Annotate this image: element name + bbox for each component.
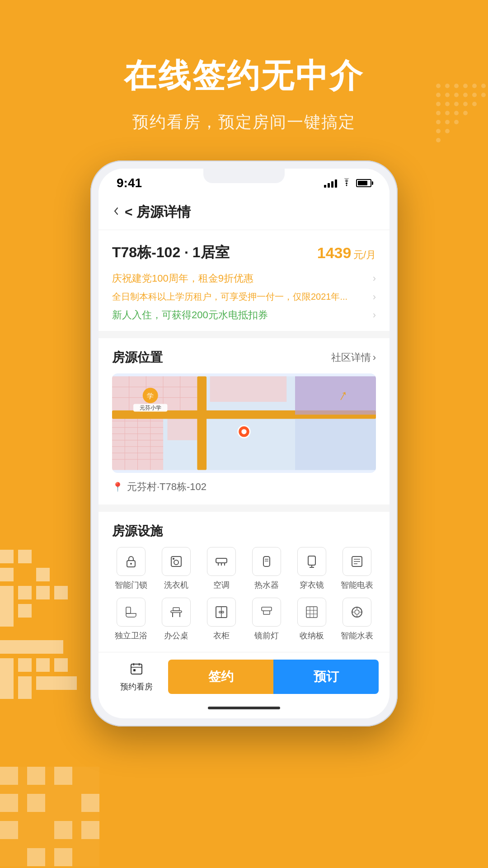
svg-point-11 <box>481 93 486 97</box>
smart-meter-label: 智能电表 <box>341 580 373 590</box>
svg-point-2 <box>454 84 459 88</box>
header-subtitle: 预约看房，预定房间一键搞定 <box>0 111 488 133</box>
facility-storage: 收纳板 <box>293 598 331 641</box>
location-section-title: 房源位置 <box>112 349 163 366</box>
map-svg: ↑ 学 元芬小学 <box>112 373 376 473</box>
community-detail-arrow: › <box>373 352 376 363</box>
svg-point-26 <box>436 138 441 142</box>
smart-lock-icon <box>117 547 145 576</box>
ac-label: 空调 <box>213 580 230 590</box>
facility-smart-lock: 智能门锁 <box>112 547 150 590</box>
svg-point-24 <box>436 129 441 133</box>
appointment-nav-label: 预约看房 <box>120 681 153 692</box>
facility-washer: 洗衣机 <box>157 547 195 590</box>
ac-icon <box>207 547 236 576</box>
svg-rect-49 <box>0 821 18 839</box>
svg-point-9 <box>463 93 468 97</box>
svg-point-20 <box>463 111 468 115</box>
property-header-card: T78栋-102 · 1居室 1439 元/月 庆祝建党100周年，租金9折优惠… <box>99 230 389 331</box>
appointment-nav-icon <box>129 661 144 679</box>
svg-rect-51 <box>27 848 45 866</box>
facilities-section-card: 房源设施 智能门锁 <box>99 512 389 652</box>
facility-smart-meter: 智能电表 <box>338 547 376 590</box>
svg-rect-46 <box>54 767 72 785</box>
facility-vanity-light: 镜前灯 <box>248 598 286 641</box>
dressing-mirror-icon <box>297 547 326 576</box>
svg-rect-60 <box>210 376 287 402</box>
svg-point-10 <box>472 93 477 97</box>
vanity-light-label: 镜前灯 <box>254 630 279 641</box>
svg-rect-78 <box>197 376 206 470</box>
svg-rect-48 <box>27 794 45 812</box>
svg-point-14 <box>454 102 459 106</box>
svg-point-7 <box>445 93 450 97</box>
signal-bar-2 <box>328 183 330 188</box>
promo-text-1: 庆祝建党100周年，租金9折优惠 <box>112 272 253 285</box>
svg-point-3 <box>463 84 468 88</box>
status-time: 9:41 <box>117 176 142 190</box>
phone-notch <box>203 169 285 183</box>
svg-rect-116 <box>262 607 272 611</box>
svg-rect-50 <box>54 821 72 839</box>
battery-icon <box>356 179 371 187</box>
svg-rect-135 <box>133 669 136 671</box>
smart-water-meter-label: 智能水表 <box>341 630 373 641</box>
property-name: T78栋-102 · 1居室 <box>112 243 230 263</box>
signal-bar-1 <box>324 185 326 188</box>
svg-point-5 <box>481 84 486 88</box>
svg-point-87 <box>241 429 246 434</box>
smart-meter-icon <box>343 547 371 576</box>
svg-rect-47 <box>0 794 18 812</box>
location-section-card: 房源位置 社区详情 › <box>99 338 389 505</box>
svg-rect-53 <box>81 794 99 812</box>
promo-item-1[interactable]: 庆祝建党100周年，租金9折优惠 › <box>112 272 376 285</box>
facilities-section-title: 房源设施 <box>112 523 163 540</box>
map-container[interactable]: ↑ 学 元芬小学 <box>112 373 376 473</box>
phone-mockup: 9:41 <box>90 160 398 726</box>
water-heater-label: 热水器 <box>254 580 279 590</box>
bottom-actions: 签约 预订 <box>168 660 379 694</box>
svg-point-8 <box>454 93 459 97</box>
header-title: 在线签约无中介 <box>0 54 488 98</box>
nav-bar[interactable]: < 房源详情 <box>99 195 389 230</box>
bottom-bar: 预约看房 签约 预订 <box>99 652 389 701</box>
nav-back-button[interactable] <box>112 205 120 219</box>
svg-point-126 <box>355 610 359 614</box>
smart-water-meter-icon <box>343 598 371 627</box>
facilities-grid-row1: 智能门锁 洗衣机 空调 <box>112 547 376 590</box>
desk-icon <box>162 598 191 627</box>
svg-rect-92 <box>173 558 174 560</box>
svg-point-6 <box>436 93 441 97</box>
signal-bar-4 <box>335 179 337 188</box>
svg-point-15 <box>463 102 468 106</box>
svg-rect-52 <box>54 848 72 866</box>
sign-button[interactable]: 签约 <box>168 660 273 694</box>
vanity-light-icon <box>252 598 281 627</box>
facility-smart-water-meter: 智能水表 <box>338 598 376 641</box>
promo-item-2[interactable]: 全日制本科以上学历租户，可享受押一付一，仅限2021年... › <box>112 291 376 303</box>
bathroom-label: 独立卫浴 <box>115 630 147 641</box>
promo-text-3: 新人入住，可获得200元水电抵扣券 <box>112 308 268 322</box>
wardrobe-icon <box>207 598 236 627</box>
facility-mirror: 穿衣镜 <box>293 547 331 590</box>
svg-rect-97 <box>263 557 270 566</box>
promo-item-3[interactable]: 新人入住，可获得200元水电抵扣券 › <box>112 308 376 322</box>
promo-arrow-1: › <box>373 273 376 284</box>
svg-rect-45 <box>27 767 45 785</box>
svg-rect-131 <box>131 664 142 674</box>
appointment-nav-item[interactable]: 预约看房 <box>109 661 164 692</box>
water-heater-icon <box>252 547 281 576</box>
header-section: 在线签约无中介 预约看房，预定房间一键搞定 <box>0 0 488 160</box>
svg-point-21 <box>436 120 441 124</box>
community-detail-link[interactable]: 社区详情 › <box>331 351 376 364</box>
community-detail-text: 社区详情 <box>331 351 371 364</box>
dressing-mirror-label: 穿衣镜 <box>300 580 324 590</box>
svg-text:元芬小学: 元芬小学 <box>140 405 161 411</box>
svg-point-23 <box>454 120 459 124</box>
battery-fill <box>358 181 367 185</box>
location-row: 📍 元芬村·T78栋-102 <box>112 480 376 494</box>
book-button[interactable]: 预订 <box>273 660 379 694</box>
svg-point-16 <box>472 102 477 106</box>
promo-list: 庆祝建党100周年，租金9折优惠 › 全日制本科以上学历租户，可享受押一付一，仅… <box>112 272 376 322</box>
svg-rect-54 <box>81 821 99 839</box>
